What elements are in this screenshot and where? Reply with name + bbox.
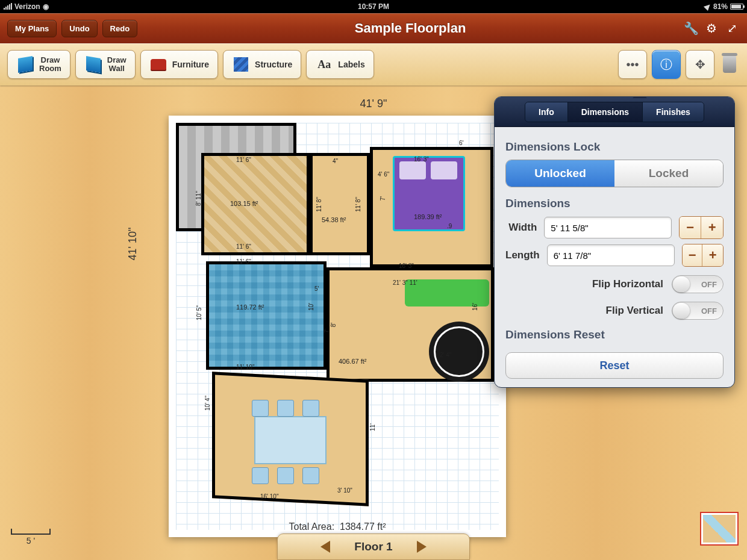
my-plans-button[interactable]: My Plans	[7, 20, 57, 37]
stairs-icon	[232, 55, 250, 73]
toggle-knob-icon	[673, 276, 690, 292]
furniture-chair[interactable]	[302, 467, 319, 484]
dim: 16'	[472, 303, 478, 311]
dim: 7'	[380, 196, 386, 201]
width-stepper: − +	[679, 216, 724, 239]
scale-bar-icon	[11, 529, 51, 535]
dim: 11'	[369, 423, 376, 431]
title-bar: My Plans Undo Redo Sample Floorplan 🔧 ⚙ …	[0, 13, 747, 43]
label-icon: Aa	[315, 55, 333, 73]
room-kitchen[interactable]	[206, 261, 327, 370]
battery-percent: 81%	[713, 2, 728, 11]
tab-finishes[interactable]: Finishes	[643, 102, 704, 122]
section-dimensions-lock: Dimensions Lock	[505, 140, 724, 154]
trash-button[interactable]	[719, 51, 740, 78]
dim: 7'	[323, 329, 330, 333]
unlocked-button[interactable]: Unlocked	[506, 160, 614, 187]
furniture-dining-table[interactable]	[254, 416, 327, 464]
move-button[interactable]: ✥	[686, 50, 714, 79]
width-label: Width	[505, 222, 537, 234]
next-floor-button[interactable]	[417, 541, 427, 553]
more-button[interactable]: •••	[618, 50, 647, 79]
dim: 10' 4"	[204, 396, 211, 411]
section-dimensions: Dimensions	[505, 197, 724, 210]
wall-icon	[84, 55, 102, 73]
furniture-button[interactable]: Furniture	[140, 50, 218, 79]
draw-room-button[interactable]: DrawRoom	[7, 50, 70, 79]
tab-info[interactable]: Info	[525, 102, 568, 122]
floorplan-paper[interactable]: 103.15 ft² 54.38 ft² 119.72 ft² 189.39 f…	[169, 116, 506, 537]
status-bar: Verizon ◉ 10:57 PM 81%	[0, 0, 747, 13]
dim: 21' 3" 11'	[393, 279, 417, 286]
dim: 11' 6"	[236, 157, 251, 163]
dim: 16' 3"	[399, 263, 414, 269]
dim: 11' 8"	[355, 197, 361, 212]
dim: 11' 10"	[236, 364, 254, 370]
scale-indicator: 5 '	[11, 529, 51, 546]
cube-icon	[16, 55, 34, 73]
flip-vertical-toggle[interactable]: OFF	[672, 302, 724, 320]
dim: 3' 10"	[337, 487, 352, 494]
gear-icon[interactable]: ⚙	[704, 20, 719, 36]
area-hall: 54.38 ft²	[322, 216, 346, 223]
dim: 8'	[330, 323, 337, 327]
undo-button[interactable]: Undo	[61, 20, 97, 37]
length-input[interactable]	[547, 244, 675, 266]
draw-wall-button[interactable]: DrawWall	[75, 50, 136, 79]
dim: 4' 6"	[378, 171, 389, 178]
signal-bars-icon	[4, 4, 12, 10]
length-minus-button[interactable]: −	[683, 244, 703, 266]
length-label: Length	[505, 249, 540, 261]
dim: 16' 3"	[414, 156, 429, 163]
dim: 8' 11"	[195, 191, 202, 206]
info-button[interactable]: ⓘ	[652, 50, 681, 79]
dim: 10'	[308, 303, 314, 311]
prev-floor-button[interactable]	[320, 541, 330, 553]
redo-button[interactable]: Redo	[102, 20, 138, 37]
dim: 11' 6"	[236, 243, 251, 250]
locked-button[interactable]: Locked	[614, 160, 723, 187]
sofa-icon	[149, 55, 167, 73]
furniture-chair[interactable]	[252, 400, 269, 417]
furniture-chair[interactable]	[252, 467, 269, 484]
dim: 11' 8"	[316, 197, 322, 212]
dim: 5'	[314, 285, 319, 292]
labels-button[interactable]: Aa Labels	[306, 50, 374, 79]
tab-dimensions[interactable]: Dimensions	[568, 102, 643, 122]
expand-icon[interactable]: ⤢	[724, 20, 740, 36]
wrench-icon[interactable]: 🔧	[683, 20, 699, 36]
structure-button[interactable]: Structure	[223, 50, 301, 79]
document-title: Sample Floorplan	[142, 20, 678, 36]
furniture-chair[interactable]	[277, 400, 294, 417]
width-input[interactable]	[544, 217, 672, 238]
flip-vertical-label: Flip Vertical	[606, 305, 663, 317]
area-living: 406.67 ft²	[339, 358, 366, 365]
reset-button[interactable]: Reset	[505, 352, 724, 379]
popover-arrow-icon	[633, 96, 647, 98]
total-area: Total Area: 1384.77 ft²	[169, 521, 506, 532]
minimap[interactable]	[700, 512, 739, 546]
length-stepper: − +	[682, 244, 724, 267]
width-minus-button[interactable]: −	[680, 217, 701, 238]
area-bath: 103.15 ft²	[230, 200, 258, 207]
dim: 2' 4"	[440, 352, 451, 358]
lock-segmented-control[interactable]: Unlocked Locked	[505, 160, 724, 187]
flip-horizontal-toggle[interactable]: OFF	[672, 275, 724, 293]
dim: 10' 5"	[196, 305, 202, 320]
width-plus-button[interactable]: +	[701, 217, 723, 238]
scale-label: 5 '	[27, 536, 35, 546]
dim: 4"	[333, 158, 338, 164]
minimap-preview	[703, 515, 736, 543]
dimensions-popover: Info Dimensions Finishes Dimensions Lock…	[494, 96, 735, 388]
floor-navigator: Floor 1	[277, 534, 470, 560]
popover-tabs: Info Dimensions Finishes	[495, 97, 734, 127]
flip-horizontal-label: Flip Horizontal	[592, 278, 663, 290]
furniture-chair[interactable]	[277, 467, 294, 484]
dim: 11' 6"	[236, 258, 251, 265]
toolbar: DrawRoom DrawWall Furniture Structure Aa…	[0, 43, 747, 86]
length-plus-button[interactable]: +	[702, 244, 723, 266]
floor-label: Floor 1	[354, 540, 392, 553]
furniture-chair[interactable]	[302, 400, 319, 417]
section-dimensions-reset: Dimensions Reset	[505, 328, 724, 341]
furniture-rug[interactable]	[429, 322, 489, 382]
